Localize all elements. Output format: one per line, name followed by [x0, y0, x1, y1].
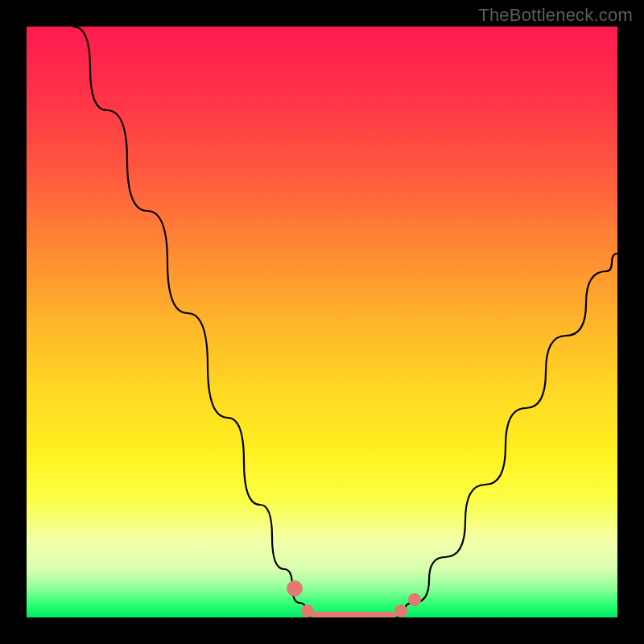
bottleneck-curve — [73, 27, 617, 617]
curve-svg — [27, 27, 617, 617]
watermark-text: TheBottleneck.com — [478, 5, 633, 26]
right-marker-2 — [408, 593, 421, 606]
marker-group — [287, 580, 421, 617]
left-marker-1 — [287, 580, 303, 597]
left-marker-2 — [301, 605, 314, 617]
curve-group — [73, 27, 617, 617]
plot-area — [27, 27, 617, 617]
right-marker-1 — [394, 605, 407, 617]
chart-frame: TheBottleneck.com — [0, 0, 644, 644]
